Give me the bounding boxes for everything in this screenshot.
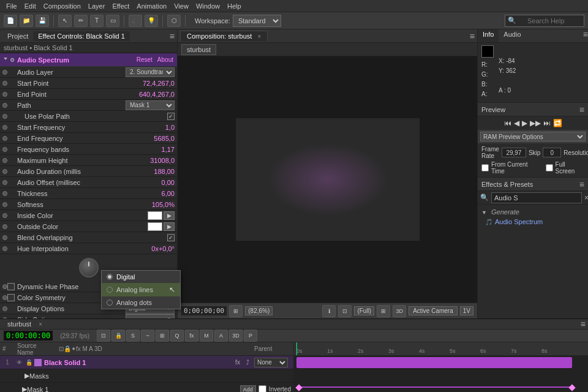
menu-window[interactable]: Window — [192, 2, 224, 10]
prop-stop-audio-off[interactable] — [2, 180, 7, 185]
toolbar-btn-light[interactable]: 💡 — [145, 15, 158, 27]
tl-btn-collapse[interactable]: ⊞ — [156, 330, 169, 342]
tl-btn-quality[interactable]: Q — [170, 330, 184, 342]
prop-stop-blend[interactable] — [2, 235, 7, 240]
expand-mask1[interactable]: ▶ — [20, 385, 27, 392]
fr-input[interactable] — [502, 148, 526, 157]
prop-value-thickness[interactable]: 6,00 — [138, 190, 175, 197]
prop-stop-outside-color[interactable] — [2, 224, 7, 229]
prop-stop-inside-color[interactable] — [2, 213, 7, 218]
playhead[interactable] — [296, 342, 297, 355]
tab-project[interactable]: Project — [2, 31, 33, 41]
comp-timecode[interactable]: 0;00;00;00 — [181, 306, 227, 315]
prop-stop-dyn-hue[interactable] — [2, 284, 7, 289]
display-option-analog-lines[interactable]: Analog lines ↖ — [102, 283, 180, 296]
help-search-input[interactable] — [524, 15, 581, 27]
prop-value-freq-bands[interactable]: 1,17 — [138, 146, 175, 153]
preview-last-btn[interactable]: ⏭ — [543, 119, 551, 127]
ram-dropdown[interactable]: RAM Preview Options — [480, 132, 586, 141]
mask1-inverted-checkbox[interactable] — [258, 385, 266, 392]
toolbar-btn-pen[interactable]: ✏ — [74, 15, 88, 27]
inside-color-swatch[interactable] — [148, 211, 162, 220]
menu-help[interactable]: Help — [224, 2, 245, 10]
outside-color-btn[interactable]: ▶ — [164, 222, 175, 231]
timeline-timecode[interactable]: 0:00:00:00 — [4, 331, 53, 341]
prop-value-hue[interactable]: 0x+0,0° — [138, 245, 175, 252]
prop-stop-polar[interactable] — [2, 114, 7, 119]
prop-value-end-freq[interactable]: 5685,0 — [138, 135, 175, 142]
menu-edit[interactable]: Edit — [21, 2, 40, 10]
preview-loop-btn[interactable]: 🔁 — [553, 119, 562, 127]
comp-ctrl-region[interactable]: ⊡ — [338, 305, 352, 317]
tl-btn-fx[interactable]: fx — [185, 330, 198, 342]
prop-value-start-freq[interactable]: 1,0 — [138, 124, 175, 131]
workspace-select[interactable]: Standard All Panels Animation — [233, 15, 281, 27]
effect-toggle[interactable] — [4, 58, 7, 62]
full-screen-checkbox[interactable] — [546, 164, 553, 172]
toolbar-btn-new[interactable]: 📄 — [4, 15, 17, 27]
effects-options[interactable]: ≡ — [579, 179, 584, 189]
prop-stop-freq-bands[interactable] — [2, 147, 7, 152]
comp-ctrl-grid[interactable]: ⊞ — [377, 305, 390, 317]
toolbar-btn-select[interactable]: ↖ — [58, 15, 72, 27]
skip-input[interactable] — [543, 148, 561, 157]
prop-stop-thickness[interactable] — [2, 191, 7, 196]
prop-stop-end-point[interactable] — [2, 92, 7, 97]
left-panel-options[interactable]: ≡ — [170, 31, 175, 41]
toolbar-btn-open[interactable]: 📁 — [20, 15, 33, 27]
preview-options[interactable]: ≡ — [579, 105, 584, 115]
prop-stop-softness[interactable] — [2, 202, 7, 207]
comp-ctrl-info[interactable]: ℹ — [322, 305, 336, 317]
effect-reset-btn[interactable]: Reset — [137, 56, 153, 63]
menu-layer[interactable]: Layer — [85, 2, 109, 10]
menu-composition[interactable]: Composition — [40, 2, 85, 10]
layer-1-solid[interactable] — [34, 359, 42, 366]
tl-btn-solo[interactable]: S — [126, 330, 140, 342]
tl-btn-lock[interactable]: 🔒 — [111, 330, 125, 342]
prop-path-dropdown[interactable]: Mask 1 — [126, 100, 175, 110]
layer-parent-select-1[interactable]: None — [254, 358, 288, 368]
comp-ctrl-btn-snap[interactable]: ⊞ — [229, 305, 243, 317]
expand-masks[interactable]: ▶ — [12, 372, 29, 380]
menu-effect[interactable]: Effect — [108, 2, 133, 10]
prop-value-softness[interactable]: 105,0% — [138, 201, 175, 208]
menu-animation[interactable]: Animation — [133, 2, 170, 10]
side-options-dropdown[interactable]: ▼ — [126, 314, 175, 319]
tl-btn-adjust[interactable]: A — [214, 330, 228, 342]
from-current-checkbox[interactable] — [481, 164, 489, 172]
comp-camera-btn[interactable]: Active Camera — [409, 306, 458, 315]
prop-blend-checkbox[interactable]: ✓ — [167, 234, 175, 241]
comp-zoom-btn[interactable]: (82,6%) — [245, 306, 273, 315]
menu-file[interactable]: File — [2, 2, 21, 10]
prop-dyn-hue-checkbox[interactable] — [7, 283, 15, 290]
comp-view-btn[interactable]: 1V — [460, 306, 473, 315]
layer-name-1[interactable]: Black Solid 1 — [44, 359, 231, 366]
category-arrow[interactable]: ▼ — [481, 209, 487, 216]
preview-prev-btn[interactable]: ◀ — [514, 119, 519, 127]
preview-play-btn[interactable]: ▶ — [522, 119, 527, 127]
tab-effect-controls[interactable]: Effect Controls: Black Solid 1 — [33, 31, 130, 41]
timeline-close[interactable]: × — [39, 321, 42, 328]
prop-stop-icon[interactable] — [2, 70, 7, 75]
prop-color-sym-checkbox[interactable] — [7, 294, 15, 301]
prop-stop-start-point[interactable] — [2, 81, 7, 86]
layer-1-parent-icon[interactable]: ⤴ — [243, 358, 252, 367]
tl-btn-hide[interactable]: ⊡ — [97, 330, 110, 342]
tab-info[interactable]: Info — [478, 29, 499, 42]
timeline-tab[interactable]: sturbust — [2, 319, 36, 329]
hue-dial[interactable] — [79, 258, 99, 277]
toolbar-btn-puppet[interactable]: ⬡ — [167, 15, 181, 27]
outside-color-swatch[interactable] — [148, 222, 162, 231]
effects-clear-btn[interactable]: × — [584, 194, 588, 202]
tl-btn-shy[interactable]: ~ — [141, 330, 154, 342]
info-panel-options[interactable]: ≡ — [583, 29, 588, 42]
tl-btn-3d[interactable]: 3D — [229, 330, 243, 342]
tl-btn-parent[interactable]: P — [244, 330, 257, 342]
prop-value-start-point[interactable]: 72,4,267,0 — [138, 80, 175, 87]
display-option-digital[interactable]: Digital — [102, 271, 180, 283]
prop-stop-end-freq[interactable] — [2, 136, 7, 141]
comp-panel-options[interactable]: ≡ — [470, 31, 475, 41]
effect-about-btn[interactable]: About — [157, 56, 173, 63]
prop-stop-display[interactable] — [2, 306, 7, 311]
inside-color-btn[interactable]: ▶ — [164, 211, 175, 220]
